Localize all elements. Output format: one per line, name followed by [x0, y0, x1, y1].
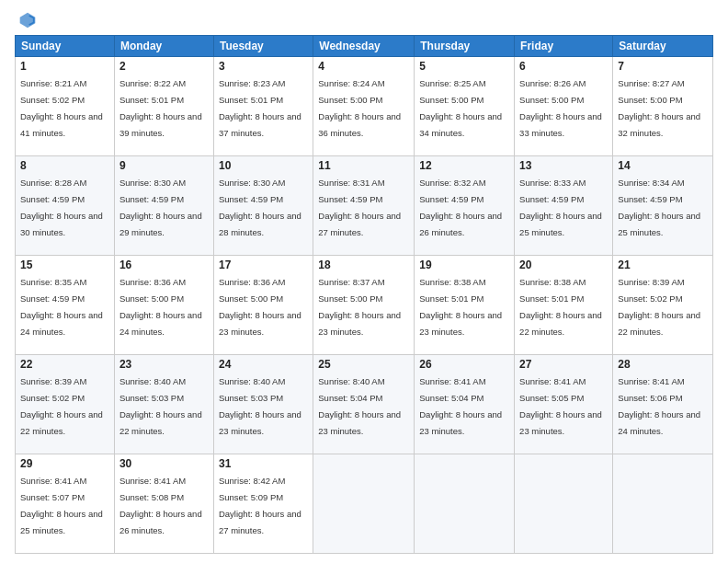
calendar-cell: 10 Sunrise: 8:30 AMSunset: 4:59 PMDaylig…: [213, 156, 313, 256]
day-info: Sunrise: 8:41 AMSunset: 5:06 PMDaylight:…: [618, 376, 700, 436]
day-number: 10: [219, 159, 308, 172]
weekday-header: Thursday: [415, 36, 515, 57]
day-info: Sunrise: 8:41 AMSunset: 5:05 PMDaylight:…: [519, 376, 602, 436]
day-number: 5: [419, 60, 509, 73]
day-number: 3: [219, 60, 308, 73]
day-number: 26: [419, 358, 509, 371]
header: [15, 11, 713, 29]
calendar-cell: 5 Sunrise: 8:25 AMSunset: 5:00 PMDayligh…: [415, 57, 515, 156]
day-number: 6: [519, 60, 608, 73]
day-number: 19: [419, 259, 509, 271]
calendar-cell: 22 Sunrise: 8:39 AMSunset: 5:02 PMDaylig…: [16, 355, 115, 454]
weekday-header: Sunday: [16, 36, 115, 57]
calendar-cell: 3 Sunrise: 8:23 AMSunset: 5:01 PMDayligh…: [213, 57, 313, 156]
day-info: Sunrise: 8:28 AMSunset: 4:59 PMDaylight:…: [20, 178, 103, 237]
day-number: 13: [519, 159, 608, 172]
day-info: Sunrise: 8:35 AMSunset: 4:59 PMDaylight:…: [20, 277, 103, 337]
calendar-cell: 25 Sunrise: 8:40 AMSunset: 5:04 PMDaylig…: [313, 355, 415, 454]
calendar-cell: 31 Sunrise: 8:42 AMSunset: 5:09 PMDaylig…: [213, 454, 313, 554]
day-number: 29: [20, 457, 109, 470]
page: SundayMondayTuesdayWednesdayThursdayFrid…: [0, 0, 728, 563]
day-info: Sunrise: 8:25 AMSunset: 5:00 PMDaylight:…: [419, 78, 502, 138]
calendar-cell: 15 Sunrise: 8:35 AMSunset: 4:59 PMDaylig…: [16, 256, 115, 355]
calendar-week-row: 1 Sunrise: 8:21 AMSunset: 5:02 PMDayligh…: [16, 57, 713, 156]
day-info: Sunrise: 8:36 AMSunset: 5:00 PMDaylight:…: [119, 277, 202, 337]
calendar-week-row: 8 Sunrise: 8:28 AMSunset: 4:59 PMDayligh…: [16, 156, 713, 256]
day-number: 12: [419, 159, 509, 172]
calendar-cell: 1 Sunrise: 8:21 AMSunset: 5:02 PMDayligh…: [16, 57, 115, 156]
day-number: 14: [618, 159, 708, 172]
day-info: Sunrise: 8:39 AMSunset: 5:02 PMDaylight:…: [20, 376, 103, 436]
day-number: 2: [119, 60, 209, 73]
day-info: Sunrise: 8:27 AMSunset: 5:00 PMDaylight:…: [618, 78, 700, 138]
day-number: 16: [119, 259, 209, 271]
day-info: Sunrise: 8:40 AMSunset: 5:03 PMDaylight:…: [219, 376, 301, 436]
calendar-cell: 11 Sunrise: 8:31 AMSunset: 4:59 PMDaylig…: [313, 156, 415, 256]
day-info: Sunrise: 8:23 AMSunset: 5:01 PMDaylight:…: [219, 78, 301, 138]
calendar-cell: 21 Sunrise: 8:39 AMSunset: 5:02 PMDaylig…: [613, 256, 713, 355]
day-number: 9: [119, 159, 209, 172]
day-number: 22: [20, 358, 109, 371]
day-info: Sunrise: 8:40 AMSunset: 5:04 PMDaylight:…: [318, 376, 401, 436]
day-number: 28: [618, 358, 708, 371]
day-info: Sunrise: 8:21 AMSunset: 5:02 PMDaylight:…: [20, 78, 103, 138]
calendar-cell: 16 Sunrise: 8:36 AMSunset: 5:00 PMDaylig…: [114, 256, 213, 355]
day-info: Sunrise: 8:36 AMSunset: 5:00 PMDaylight:…: [219, 277, 301, 337]
calendar-cell: 17 Sunrise: 8:36 AMSunset: 5:00 PMDaylig…: [213, 256, 313, 355]
day-number: 25: [318, 358, 409, 371]
calendar-cell: 9 Sunrise: 8:30 AMSunset: 4:59 PMDayligh…: [114, 156, 213, 256]
calendar: SundayMondayTuesdayWednesdayThursdayFrid…: [15, 35, 713, 554]
day-info: Sunrise: 8:31 AMSunset: 4:59 PMDaylight:…: [318, 178, 401, 237]
day-info: Sunrise: 8:40 AMSunset: 5:03 PMDaylight:…: [119, 376, 202, 436]
day-info: Sunrise: 8:22 AMSunset: 5:01 PMDaylight:…: [119, 78, 202, 138]
calendar-cell: 12 Sunrise: 8:32 AMSunset: 4:59 PMDaylig…: [415, 156, 515, 256]
calendar-week-row: 15 Sunrise: 8:35 AMSunset: 4:59 PMDaylig…: [16, 256, 713, 355]
calendar-cell: 28 Sunrise: 8:41 AMSunset: 5:06 PMDaylig…: [613, 355, 713, 454]
calendar-cell: 14 Sunrise: 8:34 AMSunset: 4:59 PMDaylig…: [613, 156, 713, 256]
day-info: Sunrise: 8:34 AMSunset: 4:59 PMDaylight:…: [618, 178, 700, 237]
calendar-cell: 24 Sunrise: 8:40 AMSunset: 5:03 PMDaylig…: [213, 355, 313, 454]
day-number: 24: [219, 358, 308, 371]
calendar-week-row: 29 Sunrise: 8:41 AMSunset: 5:07 PMDaylig…: [16, 454, 713, 554]
calendar-cell: 7 Sunrise: 8:27 AMSunset: 5:00 PMDayligh…: [613, 57, 713, 156]
day-number: 20: [519, 259, 608, 271]
day-info: Sunrise: 8:41 AMSunset: 5:04 PMDaylight:…: [419, 376, 502, 436]
day-number: 17: [219, 259, 308, 271]
calendar-cell: [613, 454, 713, 554]
day-info: Sunrise: 8:30 AMSunset: 4:59 PMDaylight:…: [219, 178, 301, 237]
calendar-body: 1 Sunrise: 8:21 AMSunset: 5:02 PMDayligh…: [16, 57, 713, 554]
day-info: Sunrise: 8:37 AMSunset: 5:00 PMDaylight:…: [318, 277, 401, 337]
day-number: 8: [20, 159, 109, 172]
calendar-cell: 20 Sunrise: 8:38 AMSunset: 5:01 PMDaylig…: [515, 256, 613, 355]
day-info: Sunrise: 8:39 AMSunset: 5:02 PMDaylight:…: [618, 277, 700, 337]
logo-area: [15, 11, 39, 29]
calendar-cell: 2 Sunrise: 8:22 AMSunset: 5:01 PMDayligh…: [114, 57, 213, 156]
calendar-week-row: 22 Sunrise: 8:39 AMSunset: 5:02 PMDaylig…: [16, 355, 713, 454]
day-info: Sunrise: 8:42 AMSunset: 5:09 PMDaylight:…: [219, 476, 301, 535]
calendar-cell: 29 Sunrise: 8:41 AMSunset: 5:07 PMDaylig…: [16, 454, 115, 554]
calendar-cell: 19 Sunrise: 8:38 AMSunset: 5:01 PMDaylig…: [415, 256, 515, 355]
day-number: 7: [618, 60, 708, 73]
day-number: 30: [119, 457, 209, 470]
day-number: 21: [618, 259, 708, 271]
calendar-header-row: SundayMondayTuesdayWednesdayThursdayFrid…: [16, 36, 713, 57]
calendar-cell: 18 Sunrise: 8:37 AMSunset: 5:00 PMDaylig…: [313, 256, 415, 355]
day-info: Sunrise: 8:41 AMSunset: 5:07 PMDaylight:…: [20, 476, 103, 535]
day-number: 4: [318, 60, 409, 73]
day-number: 15: [20, 259, 109, 271]
day-info: Sunrise: 8:30 AMSunset: 4:59 PMDaylight:…: [119, 178, 202, 237]
weekday-header: Monday: [114, 36, 213, 57]
calendar-cell: 27 Sunrise: 8:41 AMSunset: 5:05 PMDaylig…: [515, 355, 613, 454]
calendar-cell: [313, 454, 415, 554]
logo: [15, 11, 39, 29]
calendar-cell: 30 Sunrise: 8:41 AMSunset: 5:08 PMDaylig…: [114, 454, 213, 554]
day-info: Sunrise: 8:32 AMSunset: 4:59 PMDaylight:…: [419, 178, 502, 237]
calendar-cell: 8 Sunrise: 8:28 AMSunset: 4:59 PMDayligh…: [16, 156, 115, 256]
weekday-header: Saturday: [613, 36, 713, 57]
day-number: 23: [119, 358, 209, 371]
logo-icon: [18, 11, 37, 29]
weekday-header: Wednesday: [313, 36, 415, 57]
calendar-cell: 13 Sunrise: 8:33 AMSunset: 4:59 PMDaylig…: [515, 156, 613, 256]
calendar-cell: 23 Sunrise: 8:40 AMSunset: 5:03 PMDaylig…: [114, 355, 213, 454]
day-info: Sunrise: 8:41 AMSunset: 5:08 PMDaylight:…: [119, 476, 202, 535]
